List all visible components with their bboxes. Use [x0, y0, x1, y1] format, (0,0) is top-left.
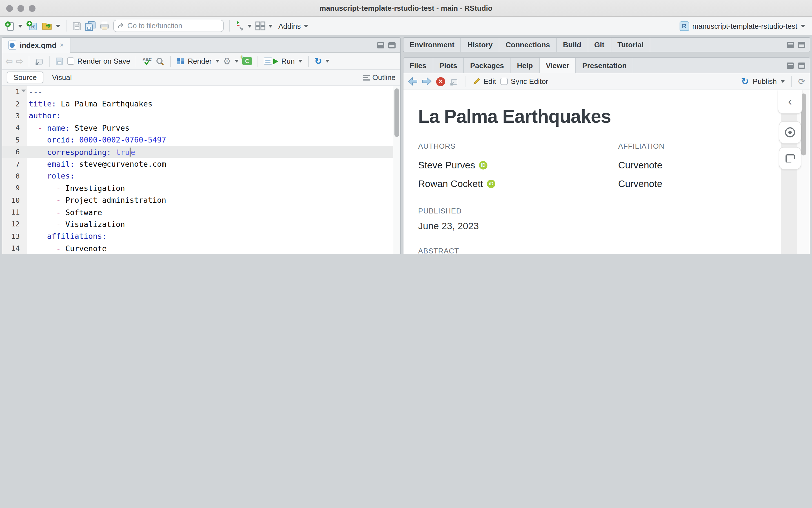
visual-mode-button[interactable]: Visual	[46, 72, 78, 83]
viewer-back-icon[interactable]	[408, 77, 417, 86]
tab-index-qmd[interactable]: index.qmd ×	[2, 38, 71, 53]
notes-button[interactable]	[779, 147, 801, 170]
source-mode-button[interactable]: Source	[7, 72, 43, 83]
code-line-6[interactable]: 6 corresponding: true	[2, 146, 400, 158]
project-menu[interactable]: R manuscript-template-rstudio-test	[679, 21, 808, 31]
publish-dropdown[interactable]	[781, 80, 785, 83]
code-line-9[interactable]: 9 - Investigation	[2, 182, 400, 194]
print-icon[interactable]	[99, 21, 110, 31]
run-dropdown[interactable]	[298, 60, 302, 62]
find-replace-icon[interactable]	[156, 56, 165, 66]
tab-viewer[interactable]: Viewer	[539, 58, 576, 73]
editor-scrollbar[interactable]	[393, 86, 400, 254]
maximize-pane-icon[interactable]	[798, 42, 805, 48]
line-number: 4	[2, 124, 27, 132]
code-line-4[interactable]: 4 - name: Steve Purves	[2, 122, 400, 134]
tab-plots[interactable]: Plots	[433, 58, 464, 73]
code-line-5[interactable]: 5 orcid: 0000-0002-0760-5497	[2, 134, 400, 146]
edit-button[interactable]: Edit	[472, 77, 496, 86]
options-dropdown[interactable]	[234, 60, 239, 62]
tab-connections[interactable]: Connections	[499, 38, 557, 52]
new-file-icon[interactable]	[4, 20, 15, 31]
code-line-13[interactable]: 13 affiliations:	[2, 230, 400, 242]
line-number: 2	[2, 99, 27, 108]
close-tab-icon[interactable]: ×	[60, 41, 64, 49]
tab-environment[interactable]: Environment	[403, 38, 461, 52]
publish-button[interactable]: Publish	[753, 77, 777, 86]
code-editor[interactable]: 1---2title: La Palma Earthquakes3author:…	[2, 86, 400, 254]
tab-git[interactable]: Git	[588, 38, 611, 52]
window-title: manuscript-template-rstudio-test - main …	[320, 4, 492, 12]
code-line-2[interactable]: 2title: La Palma Earthquakes	[2, 98, 400, 110]
tab-tutorial[interactable]: Tutorial	[611, 38, 650, 52]
addins-menu[interactable]: Addins	[276, 20, 311, 31]
minimize-pane-icon[interactable]	[787, 42, 794, 48]
open-file-icon[interactable]	[41, 21, 53, 31]
code-line-7[interactable]: 7 email: steve@curvenote.com	[2, 158, 400, 170]
nav-back-icon[interactable]: ⇦	[6, 56, 13, 66]
save-icon[interactable]	[72, 21, 82, 31]
code-line-12[interactable]: 12 - Visualization	[2, 218, 400, 230]
tab-history[interactable]: History	[461, 38, 499, 52]
workspace-panes-icon[interactable]	[255, 22, 266, 31]
outline-toggle[interactable]: Outline	[363, 73, 396, 82]
orcid-icon[interactable]: iD	[487, 180, 496, 188]
nav-forward-icon[interactable]: ⇨	[16, 56, 23, 66]
line-number: 3	[2, 112, 27, 120]
zoom-window-button[interactable]	[29, 5, 36, 12]
close-window-button[interactable]	[6, 5, 13, 12]
code-line-10[interactable]: 10 - Project administration	[2, 194, 400, 206]
orcid-icon[interactable]: iD	[479, 161, 487, 170]
clear-viewer-icon[interactable]: ✕	[436, 77, 445, 86]
new-file-dropdown[interactable]	[18, 25, 23, 27]
code-line-1[interactable]: 1---	[2, 86, 400, 98]
render-button[interactable]: Render	[176, 57, 212, 65]
code-line-3[interactable]: 3author:	[2, 110, 400, 122]
workspace-panes-dropdown[interactable]	[268, 25, 273, 27]
popout-editor-icon[interactable]	[35, 57, 43, 65]
gear-icon[interactable]: ⚙	[223, 56, 231, 67]
goto-file-input[interactable]	[127, 22, 212, 30]
sync-editor-checkbox[interactable]	[501, 78, 508, 85]
source-rerun-icon[interactable]: ↻	[315, 56, 322, 66]
minimize-pane-icon[interactable]	[787, 62, 794, 69]
rerun-dropdown[interactable]	[325, 60, 330, 62]
sync-editor-toggle[interactable]: Sync Editor	[501, 77, 548, 86]
render-dropdown[interactable]	[215, 60, 220, 62]
refresh-viewer-icon[interactable]: ⟳	[798, 77, 805, 86]
tab-presentation[interactable]: Presentation	[576, 58, 634, 73]
new-project-icon[interactable]: R	[26, 20, 38, 32]
save-all-icon[interactable]	[85, 21, 96, 31]
render-on-save-checkbox[interactable]	[67, 57, 74, 65]
maximize-pane-icon[interactable]	[388, 42, 396, 48]
viewer-scrollbar[interactable]	[797, 90, 810, 254]
goto-file-search[interactable]	[113, 20, 224, 32]
viewer-popout-icon[interactable]	[450, 77, 458, 85]
spellcheck-icon[interactable]: ABC	[142, 56, 152, 66]
minimize-pane-icon[interactable]	[377, 42, 384, 48]
version-control-icon[interactable]	[236, 20, 245, 32]
save-doc-icon[interactable]	[55, 57, 64, 65]
collapse-sidebar-button[interactable]: ‹	[778, 90, 802, 114]
reader-view-button[interactable]	[779, 121, 801, 143]
minimize-window-button[interactable]	[17, 5, 24, 12]
insert-chunk-icon[interactable]: C	[242, 57, 252, 65]
window-titlebar: manuscript-template-rstudio-test - main …	[0, 0, 812, 17]
open-recent-dropdown[interactable]	[56, 25, 60, 27]
tab-packages[interactable]: Packages	[464, 58, 511, 73]
tab-files[interactable]: Files	[403, 58, 433, 73]
code-line-11[interactable]: 11 - Software	[2, 206, 400, 218]
viewer-forward-icon[interactable]	[422, 77, 432, 86]
version-control-dropdown[interactable]	[247, 25, 252, 27]
code-line-14[interactable]: 14 - Curvenote	[2, 242, 400, 254]
code-line-8[interactable]: 8 roles:	[2, 170, 400, 182]
code-text: - Investigation	[27, 183, 125, 193]
editor-scrollbar-thumb[interactable]	[395, 88, 399, 137]
render-on-save-toggle[interactable]: Render on Save	[67, 57, 130, 65]
maximize-pane-icon[interactable]	[798, 62, 805, 69]
tab-help[interactable]: Help	[511, 58, 539, 73]
line-number: 8	[2, 172, 27, 180]
run-button[interactable]: Run	[264, 57, 295, 65]
tab-build[interactable]: Build	[557, 38, 588, 52]
viewer-content[interactable]: La Palma Earthquakes AUTHORS AFFILIATION…	[403, 90, 810, 254]
